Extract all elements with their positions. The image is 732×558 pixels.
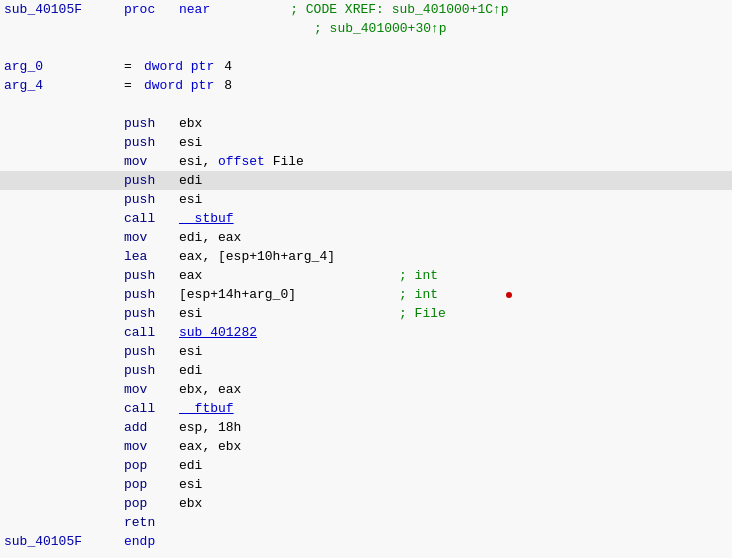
mnemonic: proc	[124, 2, 179, 17]
code-line: call sub_401282	[0, 323, 732, 342]
mnemonic: mov	[124, 154, 179, 169]
mnemonic: push	[124, 363, 179, 378]
code-line: call __ftbuf	[0, 399, 732, 418]
code-line: mov ebx, eax	[0, 380, 732, 399]
operand: near	[179, 2, 210, 17]
operand: edi	[179, 173, 202, 188]
code-line: call __stbuf	[0, 209, 732, 228]
mnemonic: add	[124, 420, 179, 435]
mnemonic: push	[124, 287, 179, 302]
code-line: mov esi, offset File	[0, 152, 732, 171]
operand: ebx, eax	[179, 382, 241, 397]
mnemonic: mov	[124, 230, 179, 245]
mnemonic: push	[124, 173, 179, 188]
comment: ; int	[399, 287, 438, 302]
code-line: push esi	[0, 133, 732, 152]
operand: esi	[179, 192, 202, 207]
operand: eax, ebx	[179, 439, 241, 454]
operand: ebx	[179, 116, 202, 131]
mnemonic: retn	[124, 515, 179, 530]
code-line: mov edi, eax	[0, 228, 732, 247]
comment: ; CODE XREF: sub_401000+1C↑p	[290, 2, 508, 17]
operand: __stbuf	[179, 211, 234, 226]
operand: esi	[179, 135, 202, 150]
mnemonic: dword ptr	[144, 59, 214, 74]
operand: esi	[179, 477, 202, 492]
mnemonic: call	[124, 211, 179, 226]
operand: edi	[179, 363, 202, 378]
mnemonic: push	[124, 344, 179, 359]
mnemonic: pop	[124, 496, 179, 511]
operand: __ftbuf	[179, 401, 234, 416]
mnemonic: mov	[124, 439, 179, 454]
code-line: push eax ; int	[0, 266, 732, 285]
operand: eax	[179, 268, 399, 283]
mnemonic: lea	[124, 249, 179, 264]
comment: ; File	[399, 306, 446, 321]
operand: esi, offset File	[179, 154, 304, 169]
operand: eax, [esp+10h+arg_4]	[179, 249, 335, 264]
dot-marker	[506, 292, 512, 298]
code-line: mov eax, ebx	[0, 437, 732, 456]
code-line: pop edi	[0, 456, 732, 475]
code-line: push [esp+14h+arg_0] ; int	[0, 285, 732, 304]
operand: esi	[179, 344, 202, 359]
code-line: pop ebx	[0, 494, 732, 513]
code-line-highlighted: push edi	[0, 171, 732, 190]
operand: [esp+14h+arg_0]	[179, 287, 399, 302]
operand: edi, eax	[179, 230, 241, 245]
operand: ebx	[179, 496, 202, 511]
code-line: arg_4 = dword ptr 8	[0, 76, 732, 95]
operand: 8	[224, 78, 232, 93]
mnemonic: call	[124, 325, 179, 340]
code-line: sub_40105F endp	[0, 532, 732, 551]
label: sub_40105F	[4, 2, 124, 17]
code-line: add esp, 18h	[0, 418, 732, 437]
code-line: push esi ; File	[0, 304, 732, 323]
code-line: push ebx	[0, 114, 732, 133]
operand: sub_401282	[179, 325, 257, 340]
code-line: push esi	[0, 342, 732, 361]
code-line: retn	[0, 513, 732, 532]
code-line: sub_40105F proc near ; CODE XREF: sub_40…	[0, 0, 732, 19]
operand: esp, 18h	[179, 420, 241, 435]
mnemonic: push	[124, 192, 179, 207]
empty-line	[0, 38, 732, 57]
code-line: push edi	[0, 361, 732, 380]
mnemonic: endp	[124, 534, 179, 549]
comment: ; int	[399, 268, 438, 283]
mnemonic: push	[124, 306, 179, 321]
code-line: push esi	[0, 190, 732, 209]
label: arg_0	[4, 59, 124, 74]
mnemonic: pop	[124, 458, 179, 473]
code-view: sub_40105F proc near ; CODE XREF: sub_40…	[0, 0, 732, 558]
mnemonic: pop	[124, 477, 179, 492]
operand: 4	[224, 59, 232, 74]
operand: esi	[179, 306, 399, 321]
comment: ; sub_401000+30↑p	[314, 21, 447, 36]
code-line: ; sub_401000+30↑p	[0, 19, 732, 38]
operand: edi	[179, 458, 202, 473]
mnemonic: dword ptr	[144, 78, 214, 93]
mnemonic: mov	[124, 382, 179, 397]
mnemonic: call	[124, 401, 179, 416]
equals: =	[124, 78, 144, 93]
code-line: lea eax, [esp+10h+arg_4]	[0, 247, 732, 266]
mnemonic: push	[124, 268, 179, 283]
label: arg_4	[4, 78, 124, 93]
code-line: arg_0 = dword ptr 4	[0, 57, 732, 76]
mnemonic: push	[124, 116, 179, 131]
mnemonic: push	[124, 135, 179, 150]
code-line: pop esi	[0, 475, 732, 494]
empty-line	[0, 95, 732, 114]
label: sub_40105F	[4, 534, 124, 549]
equals: =	[124, 59, 144, 74]
